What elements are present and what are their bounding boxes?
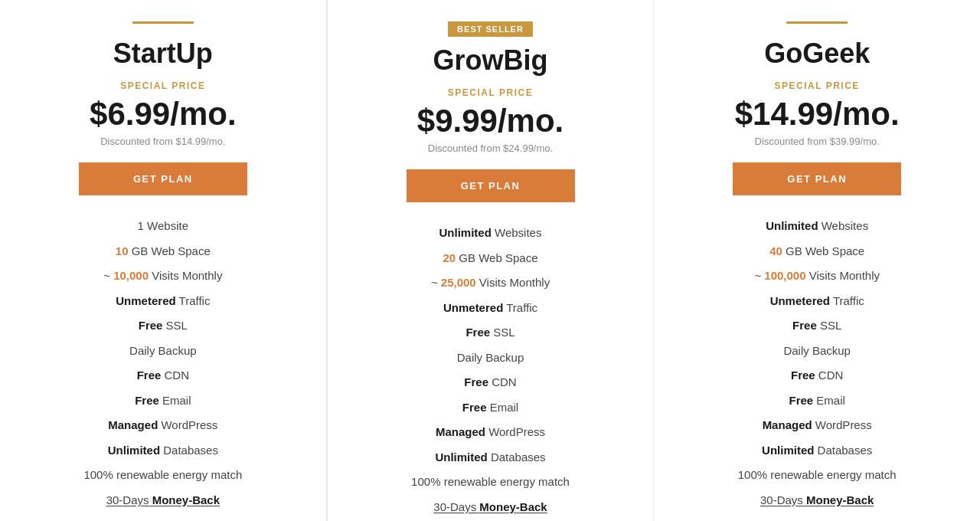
get-plan-button[interactable]: GET PLAN [733, 162, 901, 195]
discounted-from: Discounted from $39.99/mo. [755, 136, 880, 147]
feature-item: Free Email [23, 388, 303, 414]
best-seller-badge: BEST SELLER [448, 21, 533, 37]
feature-item: Free SSL [677, 313, 957, 339]
feature-item: Unlimited Databases [23, 438, 303, 464]
feature-item: 30-Days Money-Back [351, 495, 631, 520]
plan-card-gogeek: GoGeekSPECIAL PRICE$14.99/mo.Discounted … [654, 0, 980, 521]
special-price-label: SPECIAL PRICE [120, 80, 205, 91]
feature-item: 40 GB Web Space [677, 239, 957, 264]
feature-item: Unlimited Websites [351, 221, 631, 246]
feature-item: Daily Backup [351, 346, 631, 371]
plan-card-startup: StartUpSPECIAL PRICE$6.99/mo.Discounted … [0, 0, 327, 521]
feature-item: 100% renewable energy match [677, 463, 957, 488]
feature-item: 30-Days Money-Back [677, 488, 957, 513]
feature-item: Unmetered Traffic [351, 296, 631, 321]
special-price-label: SPECIAL PRICE [448, 87, 533, 98]
plan-price: $6.99/mo. [90, 96, 236, 133]
feature-item: Unlimited Websites [677, 214, 957, 239]
feature-item: ~ 25,000 Visits Monthly [351, 270, 631, 296]
discounted-from: Discounted from $24.99/mo. [428, 143, 553, 154]
feature-item: Free CDN [677, 363, 957, 388]
feature-item: 20 GB Web Space [351, 246, 631, 271]
plan-name: StartUp [113, 38, 213, 70]
special-price-label: SPECIAL PRICE [775, 80, 860, 91]
feature-item: Managed WordPress [351, 420, 631, 445]
pricing-container: StartUpSPECIAL PRICE$6.99/mo.Discounted … [0, 0, 980, 521]
plan-price: $9.99/mo. [417, 103, 564, 139]
feature-item: Free CDN [351, 370, 631, 395]
discounted-from: Discounted from $14.99/mo. [100, 136, 225, 147]
feature-item: 100% renewable energy match [23, 463, 303, 488]
feature-item: Unmetered Traffic [677, 289, 957, 314]
plan-card-growbig: BEST SELLERGrowBigSPECIAL PRICE$9.99/mo.… [327, 0, 655, 521]
get-plan-button[interactable]: GET PLAN [79, 162, 247, 195]
feature-item: Free Email [351, 395, 631, 421]
feature-item: Free SSL [23, 313, 303, 339]
feature-item: Free Email [677, 388, 957, 414]
feature-item: Unmetered Traffic [23, 289, 303, 314]
feature-item: 10 GB Web Space [23, 239, 303, 264]
plan-name: GoGeek [764, 38, 870, 70]
feature-item: Unlimited Databases [677, 438, 957, 464]
features-list: Unlimited Websites40 GB Web Space~ 100,0… [677, 214, 957, 513]
feature-item: 1 Website [23, 214, 303, 239]
feature-item: Unlimited Databases [351, 445, 631, 470]
feature-item: ~ 10,000 Visits Monthly [23, 264, 303, 289]
feature-item: Daily Backup [677, 339, 957, 364]
feature-item: Free SSL [351, 320, 631, 346]
feature-item: 100% renewable energy match [351, 470, 631, 495]
feature-item: Free CDN [23, 363, 303, 388]
feature-item: Managed WordPress [23, 413, 303, 438]
plan-price: $14.99/mo. [735, 96, 900, 133]
feature-item: Daily Backup [23, 339, 303, 364]
features-list: 1 Website10 GB Web Space~ 10,000 Visits … [23, 214, 303, 513]
feature-item: 30-Days Money-Back [23, 488, 303, 513]
feature-item: Managed WordPress [677, 413, 957, 438]
plan-name: GrowBig [433, 44, 548, 77]
feature-item: ~ 100,000 Visits Monthly [677, 264, 957, 289]
top-line [786, 21, 848, 24]
top-line [132, 21, 194, 24]
get-plan-button[interactable]: GET PLAN [407, 169, 575, 202]
features-list: Unlimited Websites20 GB Web Space~ 25,00… [351, 221, 631, 519]
